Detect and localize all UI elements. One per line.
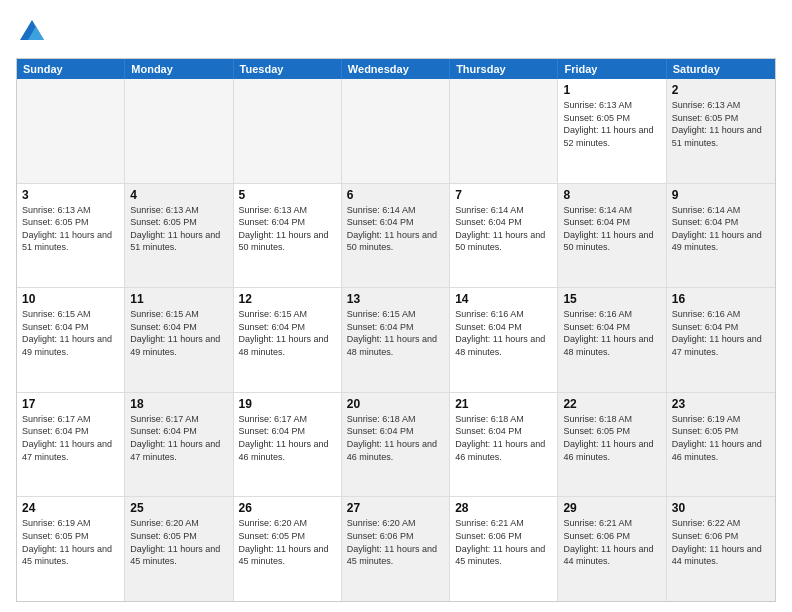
calendar-cell: 3Sunrise: 6:13 AM Sunset: 6:05 PM Daylig… [17, 184, 125, 288]
calendar-cell: 14Sunrise: 6:16 AM Sunset: 6:04 PM Dayli… [450, 288, 558, 392]
weekday-header: Monday [125, 59, 233, 79]
day-number: 2 [672, 83, 770, 97]
calendar: SundayMondayTuesdayWednesdayThursdayFrid… [16, 58, 776, 602]
weekday-header: Wednesday [342, 59, 450, 79]
calendar-row: 24Sunrise: 6:19 AM Sunset: 6:05 PM Dayli… [17, 496, 775, 601]
day-info: Sunrise: 6:17 AM Sunset: 6:04 PM Dayligh… [22, 413, 119, 463]
calendar-cell: 9Sunrise: 6:14 AM Sunset: 6:04 PM Daylig… [667, 184, 775, 288]
calendar-cell: 13Sunrise: 6:15 AM Sunset: 6:04 PM Dayli… [342, 288, 450, 392]
calendar-cell: 30Sunrise: 6:22 AM Sunset: 6:06 PM Dayli… [667, 497, 775, 601]
day-number: 15 [563, 292, 660, 306]
calendar-cell: 19Sunrise: 6:17 AM Sunset: 6:04 PM Dayli… [234, 393, 342, 497]
weekday-header: Saturday [667, 59, 775, 79]
day-info: Sunrise: 6:21 AM Sunset: 6:06 PM Dayligh… [455, 517, 552, 567]
day-number: 11 [130, 292, 227, 306]
calendar-cell: 21Sunrise: 6:18 AM Sunset: 6:04 PM Dayli… [450, 393, 558, 497]
page: SundayMondayTuesdayWednesdayThursdayFrid… [0, 0, 792, 612]
day-info: Sunrise: 6:21 AM Sunset: 6:06 PM Dayligh… [563, 517, 660, 567]
logo-icon [16, 16, 48, 48]
day-info: Sunrise: 6:14 AM Sunset: 6:04 PM Dayligh… [563, 204, 660, 254]
calendar-cell: 25Sunrise: 6:20 AM Sunset: 6:05 PM Dayli… [125, 497, 233, 601]
day-number: 26 [239, 501, 336, 515]
day-number: 25 [130, 501, 227, 515]
day-number: 23 [672, 397, 770, 411]
calendar-body: 1Sunrise: 6:13 AM Sunset: 6:05 PM Daylig… [17, 79, 775, 601]
calendar-cell: 1Sunrise: 6:13 AM Sunset: 6:05 PM Daylig… [558, 79, 666, 183]
calendar-cell: 17Sunrise: 6:17 AM Sunset: 6:04 PM Dayli… [17, 393, 125, 497]
day-number: 4 [130, 188, 227, 202]
day-info: Sunrise: 6:19 AM Sunset: 6:05 PM Dayligh… [672, 413, 770, 463]
calendar-cell: 8Sunrise: 6:14 AM Sunset: 6:04 PM Daylig… [558, 184, 666, 288]
day-number: 1 [563, 83, 660, 97]
day-info: Sunrise: 6:20 AM Sunset: 6:05 PM Dayligh… [130, 517, 227, 567]
day-number: 19 [239, 397, 336, 411]
day-number: 24 [22, 501, 119, 515]
day-info: Sunrise: 6:20 AM Sunset: 6:06 PM Dayligh… [347, 517, 444, 567]
day-number: 12 [239, 292, 336, 306]
calendar-cell [125, 79, 233, 183]
weekday-header: Sunday [17, 59, 125, 79]
calendar-cell: 28Sunrise: 6:21 AM Sunset: 6:06 PM Dayli… [450, 497, 558, 601]
calendar-header: SundayMondayTuesdayWednesdayThursdayFrid… [17, 59, 775, 79]
calendar-cell: 20Sunrise: 6:18 AM Sunset: 6:04 PM Dayli… [342, 393, 450, 497]
day-info: Sunrise: 6:14 AM Sunset: 6:04 PM Dayligh… [347, 204, 444, 254]
day-number: 20 [347, 397, 444, 411]
day-number: 17 [22, 397, 119, 411]
day-info: Sunrise: 6:15 AM Sunset: 6:04 PM Dayligh… [347, 308, 444, 358]
day-info: Sunrise: 6:14 AM Sunset: 6:04 PM Dayligh… [672, 204, 770, 254]
day-info: Sunrise: 6:13 AM Sunset: 6:05 PM Dayligh… [563, 99, 660, 149]
day-info: Sunrise: 6:17 AM Sunset: 6:04 PM Dayligh… [239, 413, 336, 463]
day-info: Sunrise: 6:18 AM Sunset: 6:04 PM Dayligh… [455, 413, 552, 463]
calendar-cell: 24Sunrise: 6:19 AM Sunset: 6:05 PM Dayli… [17, 497, 125, 601]
weekday-header: Thursday [450, 59, 558, 79]
calendar-cell: 2Sunrise: 6:13 AM Sunset: 6:05 PM Daylig… [667, 79, 775, 183]
day-number: 6 [347, 188, 444, 202]
day-number: 27 [347, 501, 444, 515]
calendar-row: 10Sunrise: 6:15 AM Sunset: 6:04 PM Dayli… [17, 287, 775, 392]
calendar-cell: 7Sunrise: 6:14 AM Sunset: 6:04 PM Daylig… [450, 184, 558, 288]
calendar-row: 1Sunrise: 6:13 AM Sunset: 6:05 PM Daylig… [17, 79, 775, 183]
day-number: 9 [672, 188, 770, 202]
calendar-cell: 22Sunrise: 6:18 AM Sunset: 6:05 PM Dayli… [558, 393, 666, 497]
calendar-cell: 11Sunrise: 6:15 AM Sunset: 6:04 PM Dayli… [125, 288, 233, 392]
day-info: Sunrise: 6:22 AM Sunset: 6:06 PM Dayligh… [672, 517, 770, 567]
day-info: Sunrise: 6:15 AM Sunset: 6:04 PM Dayligh… [22, 308, 119, 358]
day-info: Sunrise: 6:13 AM Sunset: 6:05 PM Dayligh… [130, 204, 227, 254]
day-number: 16 [672, 292, 770, 306]
calendar-cell: 15Sunrise: 6:16 AM Sunset: 6:04 PM Dayli… [558, 288, 666, 392]
calendar-cell [450, 79, 558, 183]
day-number: 10 [22, 292, 119, 306]
calendar-row: 3Sunrise: 6:13 AM Sunset: 6:05 PM Daylig… [17, 183, 775, 288]
header [16, 16, 776, 48]
calendar-cell [234, 79, 342, 183]
day-number: 18 [130, 397, 227, 411]
weekday-header: Tuesday [234, 59, 342, 79]
day-number: 7 [455, 188, 552, 202]
calendar-cell: 10Sunrise: 6:15 AM Sunset: 6:04 PM Dayli… [17, 288, 125, 392]
calendar-cell: 16Sunrise: 6:16 AM Sunset: 6:04 PM Dayli… [667, 288, 775, 392]
day-info: Sunrise: 6:16 AM Sunset: 6:04 PM Dayligh… [455, 308, 552, 358]
calendar-cell [342, 79, 450, 183]
day-info: Sunrise: 6:13 AM Sunset: 6:05 PM Dayligh… [22, 204, 119, 254]
calendar-row: 17Sunrise: 6:17 AM Sunset: 6:04 PM Dayli… [17, 392, 775, 497]
day-info: Sunrise: 6:15 AM Sunset: 6:04 PM Dayligh… [130, 308, 227, 358]
day-info: Sunrise: 6:15 AM Sunset: 6:04 PM Dayligh… [239, 308, 336, 358]
day-number: 3 [22, 188, 119, 202]
day-info: Sunrise: 6:16 AM Sunset: 6:04 PM Dayligh… [672, 308, 770, 358]
day-info: Sunrise: 6:13 AM Sunset: 6:04 PM Dayligh… [239, 204, 336, 254]
day-info: Sunrise: 6:16 AM Sunset: 6:04 PM Dayligh… [563, 308, 660, 358]
calendar-cell: 12Sunrise: 6:15 AM Sunset: 6:04 PM Dayli… [234, 288, 342, 392]
day-number: 28 [455, 501, 552, 515]
day-info: Sunrise: 6:14 AM Sunset: 6:04 PM Dayligh… [455, 204, 552, 254]
day-number: 30 [672, 501, 770, 515]
calendar-cell [17, 79, 125, 183]
weekday-header: Friday [558, 59, 666, 79]
calendar-cell: 23Sunrise: 6:19 AM Sunset: 6:05 PM Dayli… [667, 393, 775, 497]
day-number: 8 [563, 188, 660, 202]
day-info: Sunrise: 6:13 AM Sunset: 6:05 PM Dayligh… [672, 99, 770, 149]
calendar-cell: 6Sunrise: 6:14 AM Sunset: 6:04 PM Daylig… [342, 184, 450, 288]
day-info: Sunrise: 6:18 AM Sunset: 6:05 PM Dayligh… [563, 413, 660, 463]
day-info: Sunrise: 6:20 AM Sunset: 6:05 PM Dayligh… [239, 517, 336, 567]
day-info: Sunrise: 6:18 AM Sunset: 6:04 PM Dayligh… [347, 413, 444, 463]
day-info: Sunrise: 6:19 AM Sunset: 6:05 PM Dayligh… [22, 517, 119, 567]
